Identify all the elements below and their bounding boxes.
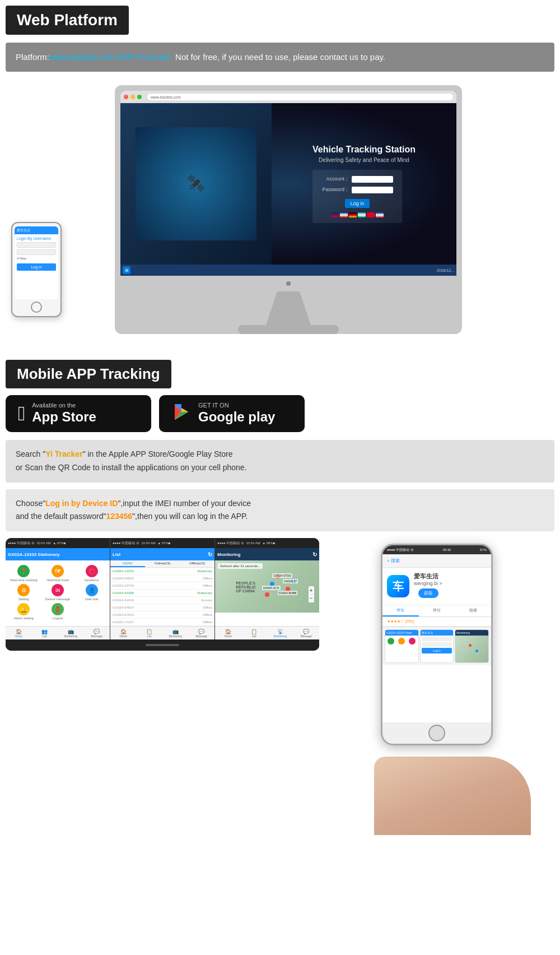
phone-on-hand: ●●●● 中国移动 令 09:30 87% < 搜索 车 爱车生活 wengin… [381,544,493,745]
brand-app-name: 爱车生活 [414,572,443,581]
icon-geofence: Geofence [85,578,99,582]
phone-home-button[interactable] [428,725,445,741]
list-item-7[interactable]: GX02A-97023Offline [110,611,214,619]
small-phone-loginbtn[interactable]: Log in [17,263,56,271]
browser-url: www.trackits.com [147,94,453,100]
imac-chin [120,276,456,291]
phone-time: 09:30 [442,548,451,551]
icon-setting: Setting [18,597,29,601]
nav-msg: Message [91,634,102,638]
nav-list3: List [252,634,256,638]
icon-device-msg: Device message [45,597,70,601]
app-store-line2: App Store [32,409,96,425]
nav-msg2: Message [196,634,207,638]
tab-review[interactable]: 评论 [382,605,419,616]
tab-online[interactable]: Online(23) [145,560,180,567]
phone-carrier: ●●●● 中国移动 令 [387,548,414,553]
google-play-line2: Google play [198,409,275,425]
list-item-2[interactable]: GX02A-94642Offline [110,575,214,582]
account-label: Account： [321,175,349,183]
screenshots-bottom-bar [6,639,319,651]
back-button[interactable]: < 搜索 [387,558,400,564]
map-view: Refresh after 31 seconds... GX02A-57010 … [215,560,319,613]
google-play-button[interactable]: GET IT ON Google play [159,395,305,432]
tab-all[interactable]: All(36) [110,560,145,567]
screen2-title: List [113,552,120,557]
tab-link[interactable]: 链接 [455,605,491,616]
yi-tracker-highlight: Yi Tracker [45,449,82,458]
app-store-button[interactable]:  Available on the App Store [6,395,151,432]
nav-monitor: Monitoring [64,634,77,638]
small-phone-topbar: 爱车生活 [15,226,58,234]
list-item-8[interactable]: GX02A-71127Offline [110,619,214,626]
small-phone-content: Login By Username A Map Log in [15,234,58,273]
password-label: Password： [321,186,349,193]
icon-user: User info [85,597,99,601]
small-phone-login-label: Login By Username [17,237,56,240]
tab-offline[interactable]: Offline(13) [180,560,214,567]
login-button[interactable]: Log in [345,199,370,208]
imac-base [238,325,339,334]
list-item-1[interactable]: GX02A-13333Stationary [110,568,214,575]
small-phone-input2 [17,249,56,255]
screen3-bottom-nav: 🏠Home 📋List 📡Monitoring 💬Message [215,626,319,639]
nav-msg3: Message [301,634,312,638]
tab-rating[interactable]: 评分 [419,605,455,616]
search-info-box: Search "Yi Tracker" in the Apple APP Sto… [6,440,554,483]
nav-home: Home [15,634,22,638]
google-play-line1: GET IT ON [198,402,275,409]
info-rest: Not for free, if you need to use, please… [173,52,385,62]
web-platform-header: Web Platform [6,6,129,35]
screenshots-strip: ●●●● 中国移动 令 10:54 AM ▲ 97%■ ●●●● 中国移动 令 … [6,538,319,651]
info-text: Platform: [16,52,49,62]
icon-alarm: Alarm setting [14,616,34,620]
small-phone-home-btn[interactable] [31,302,42,313]
screen2-bottom-nav: 🏠Home 📋List 📺Monitoring 💬Message [110,626,214,639]
platform-info-box: Platform:www.trackits.com APP:YI tracker… [6,43,554,72]
get-app-btn[interactable]: 获取 [418,588,438,598]
zoom-out[interactable]: − [310,595,313,601]
small-phone-input1 [17,242,56,248]
screen3-refresh-icon: ↻ [312,551,317,558]
tracking-title: Vehicle Tracking Station [312,145,416,155]
phone-status-bar: ●●●● 中国移动 令 09:30 87% [382,545,491,554]
nav-home2: Home [120,634,127,638]
list-item-3[interactable]: GX02A-33743Offline [110,582,214,590]
hand-shape [374,757,531,835]
app-screen-1: GX02A-13333 Stationary 📍 Real-time track… [6,548,110,639]
hand-phone-area: ●●●● 中国移动 令 09:30 87% < 搜索 车 爱车生活 wengin… [319,538,554,824]
app-rating-row: ★★★★☆ (350) [382,617,491,627]
mobile-app-header: Mobile APP Tracking [6,360,171,388]
app-screen-2: List ↻ All(36) Online(23) Offline(13) GX… [110,548,215,639]
icon-logout: Logout [53,616,63,620]
small-phone-brand: 爱车生活 [17,228,30,233]
tracking-overlay: Vehicle Tracking Station Delivering Safe… [312,145,416,223]
login-highlight2: 123456 [106,512,132,521]
app-tabs-row: 评论 评分 链接 [382,605,491,617]
browser-bar: www.trackits.com [120,91,456,103]
app-screen-3: Monitoring ↻ Refresh after 31 seconds... [215,548,319,639]
nav-home3: Home [225,634,232,638]
screen3-title: Monitoring [217,552,240,557]
tracking-subtitle: Delivering Safety and Peace of Mind [312,157,416,163]
screen2-refresh-icon: ↻ [208,551,212,558]
imac-stand [260,291,316,325]
info-highlight: www.trackits.com APP:YI tracker. [49,52,173,62]
screen1-header: GX02A-13333 Stationary [6,548,110,560]
nav-monitor2: Monitoring [169,634,182,638]
refresh-text: Refresh after 31 seconds... [218,563,263,569]
app-store-line1: Available on the [32,402,96,409]
phone-battery: 87% [480,548,487,551]
phone-screen-content: < 搜索 车 爱车生活 wenging.bi > 获取 评论 评分 链接 [382,554,491,722]
screen3-header: Monitoring ↻ [215,548,319,560]
app-nav-bar: < 搜索 [382,554,491,568]
list-item-4[interactable]: GX02A-81988Stationary [110,590,214,597]
small-phone-screen: 爱车生活 Login By Username A Map Log in [15,226,58,299]
screen1-bottom-nav: 🏠Home 👥List 📺Monitoring 💬Message [6,626,110,639]
small-phone-mockup: 爱车生活 Login By Username A Map Log in [11,222,62,317]
list-item-6[interactable]: GX02A-94814Offline [110,604,214,611]
zoom-in[interactable]: + [310,587,313,594]
list-item-5[interactable]: GX02A-91639Arrears [110,597,214,604]
app-brand-section: 车 爱车生活 wenging.bi > 获取 [382,568,491,605]
icon-history: Historical route [46,578,69,582]
